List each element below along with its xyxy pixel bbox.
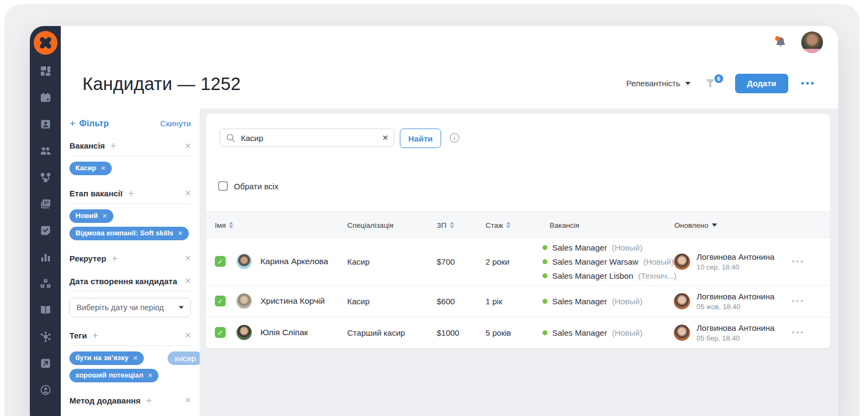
candidate-salary: $600: [437, 297, 455, 306]
filter-chip[interactable]: хороший потенціал✕: [69, 369, 158, 382]
row-checkbox[interactable]: ✓: [215, 296, 226, 306]
filter-panel: + Фільтр Скинути Вакансія + ✕ Касир✕ Ета…: [61, 108, 200, 416]
select-all-checkbox[interactable]: Обрати всіх: [218, 181, 278, 191]
add-value-icon[interactable]: +: [146, 395, 152, 406]
departments-icon[interactable]: [40, 278, 52, 290]
table-row[interactable]: ✓ Юлія Сліпак Старший касир $1000 5 рокі…: [206, 317, 830, 348]
page: Кандидати — 1252 Релевантність 6 Додати …: [0, 0, 868, 416]
add-value-icon[interactable]: +: [128, 188, 134, 199]
dashboard-icon[interactable]: [40, 65, 52, 77]
page-title: Кандидати — 1252: [82, 73, 241, 95]
candidate-vacancies: Sales Manager(Новый): [542, 325, 642, 340]
org-structure-icon[interactable]: [40, 171, 52, 183]
candidate-name[interactable]: Христина Корчій: [260, 296, 325, 306]
find-button[interactable]: Найти: [400, 129, 441, 148]
clear-search-icon[interactable]: ✕: [382, 133, 388, 142]
sidebar: [30, 26, 61, 416]
status-dot: [542, 299, 547, 304]
vacancy-link[interactable]: Sales Manager Warsaw: [552, 257, 639, 266]
integrations-icon[interactable]: [40, 331, 52, 343]
add-button[interactable]: Додати: [735, 74, 788, 93]
add-value-icon[interactable]: +: [92, 330, 98, 341]
app-logo[interactable]: [34, 31, 58, 55]
tasks-icon[interactable]: [40, 225, 52, 236]
date-select-placeholder: Виберіть дату чи період: [76, 303, 164, 312]
vacancy-link[interactable]: Sales Manager Lisbon: [552, 271, 633, 280]
candidate-experience: 2 роки: [486, 257, 509, 266]
filter-section-label: Теги: [69, 331, 87, 340]
remove-filter-icon[interactable]: ✕: [184, 396, 191, 405]
filter-section-label: Етап вакансії: [69, 189, 123, 198]
filter-funnel-icon[interactable]: 6: [704, 76, 718, 91]
filter-chip[interactable]: Відмова компанії: Soft skills✕: [69, 227, 189, 240]
user-avatar[interactable]: [801, 31, 823, 53]
info-icon[interactable]: [449, 132, 460, 143]
filter-section-add-method: Метод додавання + ✕: [69, 395, 191, 406]
chip-remove-icon[interactable]: ✕: [148, 372, 152, 379]
column-header-salary[interactable]: ЗП: [437, 212, 454, 238]
knowledge-base-icon[interactable]: [40, 304, 52, 316]
column-header-specialization[interactable]: Спеціалізація: [347, 212, 393, 238]
row-checkbox[interactable]: ✓: [215, 327, 226, 338]
row-more-menu[interactable]: [792, 331, 803, 334]
filter-section-label: Вакансія: [69, 141, 105, 150]
candidate-specialization: Старший касир: [347, 328, 405, 337]
search-box: ✕: [220, 129, 394, 147]
filter-chip[interactable]: Касир✕: [69, 162, 112, 175]
chip-remove-icon[interactable]: ✕: [101, 165, 106, 172]
filter-chip[interactable]: Новий✕: [69, 209, 113, 223]
sort-dropdown[interactable]: Релевантність: [626, 79, 690, 88]
add-filter-link[interactable]: + Фільтр: [69, 118, 108, 129]
candidates-icon[interactable]: [40, 118, 52, 130]
candidate-avatar: [237, 254, 252, 269]
chip-remove-icon[interactable]: ✕: [178, 230, 183, 237]
table-row[interactable]: ✓ Карина Аркелова Касир $700 2 роки Sale…: [206, 238, 830, 286]
table-row[interactable]: ✓ Христина Корчій Касир $600 1 рік Sales…: [206, 285, 830, 317]
header-more-menu[interactable]: [801, 82, 814, 85]
column-header-experience[interactable]: Стаж: [486, 212, 510, 238]
row-more-menu[interactable]: [792, 300, 803, 302]
filter-section-stage: Етап вакансії + ✕ Новий✕ Відмова компані…: [69, 188, 191, 240]
filter-chip[interactable]: бути на зв’язку✕: [69, 351, 144, 365]
notifications-bell-icon[interactable]: [774, 35, 788, 49]
vacancy-link[interactable]: Sales Manager: [552, 297, 607, 306]
remove-filter-icon[interactable]: ✕: [184, 277, 191, 285]
column-header-name[interactable]: Імя: [215, 212, 233, 238]
remove-filter-icon[interactable]: ✕: [184, 142, 191, 150]
remove-filter-icon[interactable]: ✕: [184, 189, 191, 197]
vacancy-link[interactable]: Sales Manager: [552, 328, 607, 337]
recruiter-name: Логвинова Антонина: [697, 292, 775, 301]
share-icon[interactable]: [40, 357, 52, 369]
candidate-name[interactable]: Юлія Сліпак: [260, 328, 308, 337]
search-input[interactable]: [240, 133, 378, 143]
column-header-vacancy[interactable]: Вакансія: [550, 212, 579, 238]
chip-remove-icon[interactable]: ✕: [102, 213, 107, 220]
recruiter-avatar: [674, 253, 690, 270]
news-icon[interactable]: [40, 198, 52, 210]
candidate-name[interactable]: Карина Аркелова: [260, 257, 328, 266]
table-header: Імя Спеціалізація ЗП Стаж Вакансія Оновл…: [206, 212, 830, 238]
remove-filter-icon[interactable]: ✕: [184, 254, 191, 263]
row-more-menu[interactable]: [792, 260, 803, 263]
sort-desc-icon: [712, 223, 717, 227]
row-checkbox[interactable]: ✓: [215, 256, 226, 267]
updated-cell: Логвинова Антонина 05 бер, 18:40: [674, 323, 775, 342]
reset-filters-link[interactable]: Скинути: [160, 119, 191, 128]
column-header-updated[interactable]: Оновлено: [674, 212, 717, 238]
add-value-icon[interactable]: +: [112, 253, 118, 264]
vacancy-link[interactable]: Sales Manager: [552, 243, 607, 252]
employees-icon[interactable]: [40, 145, 52, 157]
remove-filter-icon[interactable]: ✕: [184, 331, 191, 340]
recruiter-avatar: [674, 324, 690, 341]
candidate-experience: 1 рік: [486, 297, 502, 306]
chip-remove-icon[interactable]: ✕: [133, 355, 138, 362]
filter-section-tags: Теги + ✕ бути на зв’язку✕ кисир хороший …: [69, 330, 191, 382]
profile-icon[interactable]: [40, 384, 52, 396]
page-header: Кандидати — 1252 Релевантність 6 Додати: [61, 58, 838, 109]
analytics-icon[interactable]: [40, 251, 52, 263]
content-area: ✕ Найти Обрати всіх Імя Спеціалізація ЗП…: [200, 108, 838, 416]
recruiter-name: Логвинова Антонина: [697, 323, 775, 332]
calendar-icon[interactable]: [40, 92, 52, 104]
date-select[interactable]: Виберіть дату чи період: [69, 298, 191, 317]
add-value-icon[interactable]: +: [110, 140, 116, 151]
